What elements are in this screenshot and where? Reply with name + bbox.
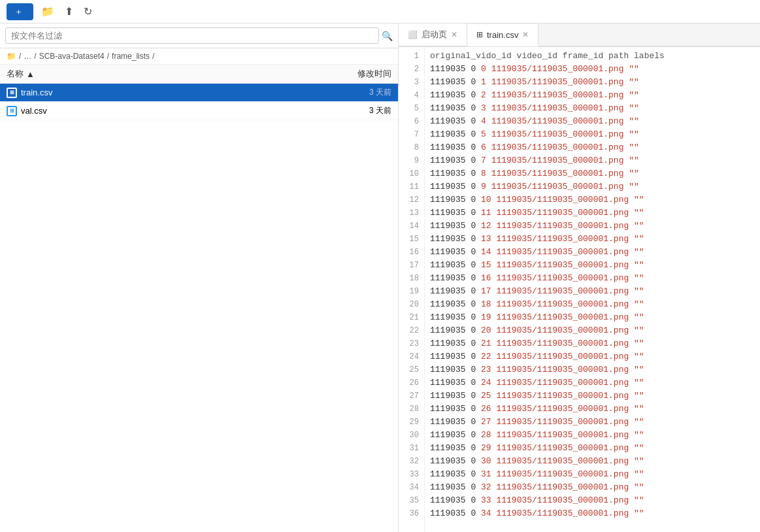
line-number: 16 <box>401 246 419 259</box>
file-list: ⊞ train.csv 3 天前 ⊞ val.csv 3 天前 <box>0 84 398 532</box>
code-line: 1119035 0 10 1119035/1119035_000001.png … <box>430 193 755 207</box>
code-line: 1119035 0 28 1119035/1119035_000001.png … <box>430 429 755 442</box>
breadcrumb-sep: / <box>19 52 21 61</box>
line-number: 23 <box>401 337 419 350</box>
csv-tab-label: train.csv <box>487 30 518 40</box>
breadcrumb-sep: / <box>34 52 36 61</box>
code-line: 1119035 0 33 1119035/1119035_000001.png … <box>430 494 755 507</box>
code-line: 1119035 0 21 1119035/1119035_000001.png … <box>430 337 755 350</box>
code-line: 1119035 0 7 1119035/1119035_000001.png "… <box>430 154 755 167</box>
code-line: 1119035 0 6 1119035/1119035_000001.png "… <box>430 141 755 154</box>
code-line: 1119035 0 5 1119035/1119035_000001.png "… <box>430 128 755 141</box>
code-line: 1119035 0 18 1119035/1119035_000001.png … <box>430 298 755 311</box>
code-line: 1119035 0 12 1119035/1119035_000001.png … <box>430 220 755 233</box>
col-name-header[interactable]: 名称 ▲ <box>7 68 339 80</box>
upload-icon[interactable]: ⬆ <box>62 4 76 19</box>
line-number: 26 <box>401 376 419 390</box>
code-line: 1119035 0 23 1119035/1119035_000001.png … <box>430 363 755 376</box>
line-number: 22 <box>401 324 419 337</box>
line-numbers: 1234567891011121314151617181920212223242… <box>399 47 425 532</box>
code-line: 1119035 0 3 1119035/1119035_000001.png "… <box>430 102 755 115</box>
breadcrumb-sep: / <box>152 52 154 61</box>
line-number: 4 <box>401 89 419 102</box>
editor-area: 1234567891011121314151617181920212223242… <box>399 47 760 532</box>
plus-icon: ＋ <box>14 6 23 18</box>
line-number: 12 <box>401 193 419 207</box>
file-name-col: ⊞ train.csv <box>7 88 339 98</box>
editor-content: 1234567891011121314151617181920212223242… <box>399 47 760 532</box>
list-item[interactable]: ⊞ val.csv 3 天前 <box>0 102 398 120</box>
code-line: 1119035 0 26 1119035/1119035_000001.png … <box>430 403 755 416</box>
breadcrumb-frame-lists[interactable]: frame_lists <box>112 52 150 61</box>
line-number: 32 <box>401 455 419 468</box>
file-name-col: ⊞ val.csv <box>7 106 339 116</box>
code-line: 1119035 0 8 1119035/1119035_000001.png "… <box>430 167 755 180</box>
refresh-icon[interactable]: ↻ <box>81 4 95 19</box>
startup-tab-label: 启动页 <box>421 29 447 41</box>
code-line: 1119035 0 25 1119035/1119035_000001.png … <box>430 390 755 403</box>
line-number: 29 <box>401 416 419 429</box>
line-number: 25 <box>401 363 419 376</box>
line-number: 28 <box>401 403 419 416</box>
line-number: 33 <box>401 468 419 481</box>
toolbar: ＋ 📁 ⬆ ↻ <box>0 0 760 24</box>
code-line: 1119035 0 4 1119035/1119035_000001.png "… <box>430 115 755 128</box>
line-number: 35 <box>401 494 419 507</box>
sort-icon: ▲ <box>26 69 35 79</box>
file-name: val.csv <box>21 106 47 116</box>
tab-train-csv[interactable]: ⊞ train.csv ✕ <box>467 24 538 46</box>
code-line: 1119035 0 15 1119035/1119035_000001.png … <box>430 259 755 272</box>
line-number: 15 <box>401 233 419 246</box>
csv-tab-icon: ⊞ <box>476 30 483 39</box>
code-line: 1119035 0 31 1119035/1119035_000001.png … <box>430 468 755 481</box>
new-folder-icon[interactable]: 📁 <box>39 4 57 19</box>
line-number: 7 <box>401 128 419 141</box>
tab-startup[interactable]: ⬜ 启动页 ✕ <box>399 24 467 46</box>
csv-tab-close[interactable]: ✕ <box>522 30 529 39</box>
code-line: 1119035 0 32 1119035/1119035_000001.png … <box>430 481 755 494</box>
col-date-header[interactable]: 修改时间 <box>339 68 391 80</box>
startup-tab-close[interactable]: ✕ <box>451 30 457 39</box>
search-bar: 🔍 <box>0 24 398 48</box>
line-number: 31 <box>401 442 419 455</box>
code-line: original_vido_id video_id frame_id path … <box>430 50 755 63</box>
breadcrumb-ellipsis[interactable]: … <box>24 52 31 61</box>
line-number: 20 <box>401 298 419 311</box>
file-name: train.csv <box>21 88 52 97</box>
code-line: 1119035 0 2 1119035/1119035_000001.png "… <box>430 89 755 102</box>
line-number: 14 <box>401 220 419 233</box>
file-date: 3 天前 <box>339 87 391 98</box>
line-number: 3 <box>401 76 419 89</box>
code-line: 1119035 0 13 1119035/1119035_000001.png … <box>430 233 755 246</box>
code-line: 1119035 0 34 1119035/1119035_000001.png … <box>430 507 755 520</box>
code-line: 1119035 0 1 1119035/1119035_000001.png "… <box>430 76 755 89</box>
csv-icon: ⊞ <box>7 106 17 116</box>
line-number: 6 <box>401 115 419 128</box>
line-number: 24 <box>401 350 419 363</box>
csv-icon: ⊞ <box>7 88 17 98</box>
tab-bar: ⬜ 启动页 ✕ ⊞ train.csv ✕ <box>399 24 760 47</box>
breadcrumb-sep: / <box>107 52 109 61</box>
code-line: 1119035 0 0 1119035/1119035_000001.png "… <box>430 63 755 76</box>
code-line: 1119035 0 24 1119035/1119035_000001.png … <box>430 376 755 390</box>
breadcrumb: 📁 / … / SCB-ava-Dataset4 / frame_lists / <box>0 48 398 65</box>
line-number: 36 <box>401 507 419 520</box>
code-line: 1119035 0 19 1119035/1119035_000001.png … <box>430 311 755 324</box>
line-number: 13 <box>401 207 419 220</box>
new-button[interactable]: ＋ <box>7 3 33 20</box>
code-lines: original_vido_id video_id frame_id path … <box>425 47 760 532</box>
code-line: 1119035 0 9 1119035/1119035_000001.png "… <box>430 180 755 193</box>
startup-tab-icon: ⬜ <box>408 30 418 39</box>
list-item[interactable]: ⊞ train.csv 3 天前 <box>0 84 398 102</box>
line-number: 18 <box>401 272 419 285</box>
code-editor: ⬜ 启动页 ✕ ⊞ train.csv ✕ 123456789101112131… <box>399 24 760 532</box>
line-number: 1 <box>401 50 419 63</box>
breadcrumb-dataset[interactable]: SCB-ava-Dataset4 <box>39 52 105 61</box>
line-number: 17 <box>401 259 419 272</box>
code-line: 1119035 0 20 1119035/1119035_000001.png … <box>430 324 755 337</box>
search-input[interactable] <box>5 27 379 44</box>
line-number: 9 <box>401 154 419 167</box>
main-layout: 🔍 📁 / … / SCB-ava-Dataset4 / frame_lists… <box>0 24 760 532</box>
line-number: 21 <box>401 311 419 324</box>
breadcrumb-folder-icon: 📁 <box>7 52 16 61</box>
